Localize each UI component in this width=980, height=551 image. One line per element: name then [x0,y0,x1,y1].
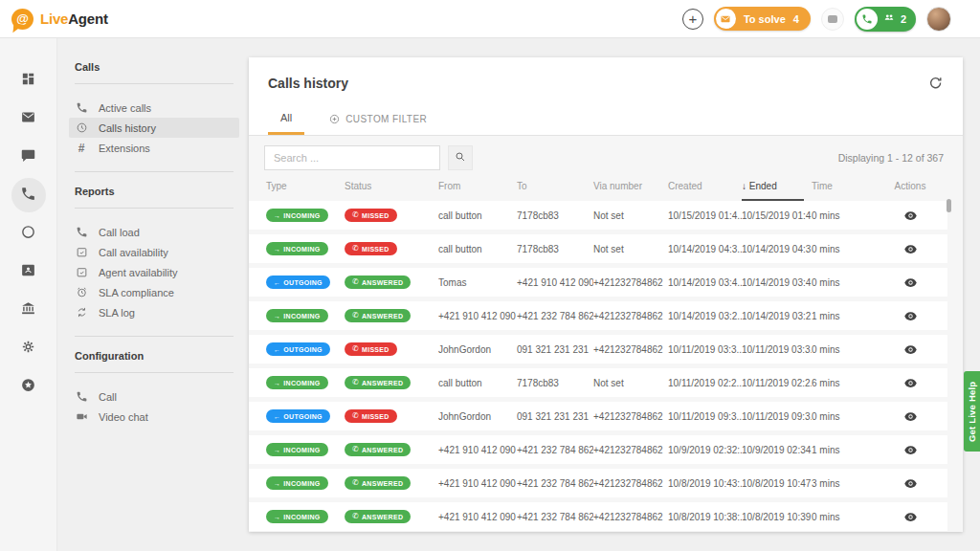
table-row[interactable]: ←OUTGOING ✆MISSED JohnGordon 091 321 231… [249,335,947,364]
rail-item-star-circle[interactable] [11,369,46,404]
sidebar-item-sla-compliance[interactable]: SLA compliance [69,282,239,302]
sidebar-item-sla-log[interactable]: SLA log [69,302,239,322]
column-header-status[interactable]: Status [345,181,438,201]
view-call-eye-icon[interactable] [903,476,918,491]
rail-item-gear[interactable] [11,331,46,365]
direction-arrow-icon: → [274,212,280,219]
rail-item-chat[interactable] [11,140,46,174]
video-icon [75,410,88,424]
view-call-eye-icon[interactable] [903,443,918,457]
calendar-check-icon [75,246,88,259]
column-header-to[interactable]: To [517,181,593,201]
sidebar-item-video-chat[interactable]: Video chat [69,407,239,427]
cell-from: call button [438,210,517,221]
tab-all-label: All [280,112,292,123]
view-call-eye-icon[interactable] [903,342,918,357]
scrollbar-thumb[interactable] [947,199,951,212]
call-status-badge: ✆MISSED [345,209,397,222]
view-call-eye-icon[interactable] [903,276,918,290]
calendar-check-icon [75,266,88,279]
call-type-badge: ←OUTGOING [266,409,330,423]
page-title: Calls history [268,76,944,91]
view-call-eye-icon[interactable] [903,309,918,323]
direction-arrow-icon: → [274,380,280,386]
sidebar-item-label: Extensions [99,143,150,154]
table-row[interactable]: →INCOMING ✆MISSED call button 7178cb83 N… [249,201,947,230]
table-row[interactable]: →INCOMING ✆MISSED call button 7178cb83 N… [249,234,947,263]
table-row[interactable]: →INCOMING ✆ANSWERED +421 910 412 090 +42… [249,435,947,464]
rail-item-mail[interactable] [11,101,46,136]
sidebar-item-extensions[interactable]: # Extensions [69,138,239,158]
cell-time: 0 mins [812,512,873,522]
column-header-actions[interactable]: Actions [873,181,947,201]
view-call-eye-icon[interactable] [903,510,918,524]
column-header-via-number[interactable]: Via number [593,181,668,201]
cell-time: 6 mins [812,378,873,388]
view-call-eye-icon[interactable] [903,209,918,223]
sidebar-item-call[interactable]: Call [69,386,239,407]
call-status-badge: ✆ANSWERED [345,443,411,456]
call-status-badge: ✆ANSWERED [345,276,411,289]
view-call-eye-icon[interactable] [903,409,918,424]
sidebar-section-title: Calls [75,61,234,73]
phone-icon: ✆ [352,211,359,219]
add-button[interactable]: + [682,9,703,30]
call-type-badge: →INCOMING [266,476,328,490]
search-button[interactable] [448,145,473,170]
direction-arrow-icon: → [274,480,280,487]
sidebar-item-agent-availability[interactable]: Agent availability [69,262,239,282]
table-row[interactable]: →INCOMING ✆ANSWERED +421 910 412 090 +42… [249,469,947,497]
tab-custom-filter[interactable]: CUSTOM FILTER [329,112,439,135]
tab-all[interactable]: All [268,112,304,135]
cell-ended: 10/9/2019 02:34:.. [742,445,812,455]
cell-to: 7178cb83 [517,244,593,254]
table-row[interactable]: ←OUTGOING ✆MISSED JohnGordon 091 321 231… [249,402,947,430]
rail-item-contact-card[interactable] [11,254,46,289]
cell-to: +421 910 412 090 [517,277,593,288]
direction-arrow-icon: → [274,514,280,520]
table-row[interactable]: →INCOMING ✆ANSWERED +421 910 412 090 +42… [249,301,947,330]
cell-created: 10/11/2019 03:3.. [668,344,742,355]
search-input[interactable] [264,145,440,170]
sidebar-item-calls-history[interactable]: Calls history [69,118,239,138]
table-row[interactable]: →INCOMING ✆ANSWERED +421 910 412 090 +42… [249,502,947,531]
user-avatar[interactable] [926,7,951,32]
sidebar-item-call-availability[interactable]: Call availability [69,242,239,262]
liveagent-logo[interactable]: @ LiveAgent [11,9,108,30]
to-solve-button[interactable]: To solve 4 [714,7,811,31]
cell-from: JohnGordon [438,411,517,422]
logo-word-agent: Agent [68,11,108,27]
cell-to: 091 321 231 231 [517,411,593,422]
cell-via-number: +421232784862 [593,277,668,288]
table-row[interactable]: →INCOMING ✆ANSWERED call button 7178cb83… [249,368,947,397]
divider [75,171,234,172]
column-header-time[interactable]: Time [812,181,873,201]
cell-via-number: +421232784862 [593,445,668,455]
people-icon [882,11,896,28]
call-type-badge: →INCOMING [266,376,328,389]
chat-toggle-button[interactable] [821,8,844,31]
view-call-eye-icon[interactable] [903,242,918,256]
rail-item-dashboard[interactable] [11,63,46,98]
refresh-icon[interactable] [928,76,946,93]
column-header-created[interactable]: Created [668,181,742,201]
cell-via-number: Not set [593,244,668,254]
sidebar-section-title: Reports [75,186,234,197]
get-live-help-button[interactable]: Get Live Help [964,371,980,452]
view-call-eye-icon[interactable] [903,376,918,390]
sidebar-item-call-load[interactable]: Call load [69,222,239,242]
column-header-ended[interactable]: ↓ Ended [742,181,804,201]
cell-to: +421 232 784 862 [517,445,593,455]
column-header-type[interactable]: Type [266,181,345,201]
table-row[interactable]: ←OUTGOING ✆ANSWERED Tomas +421 910 412 0… [249,268,947,297]
rail-item-clock[interactable] [11,216,46,251]
sidebar: Calls Active calls Calls history # Exten… [57,38,249,551]
direction-arrow-icon: ← [274,279,280,286]
cell-via-number: +421232784862 [593,478,668,489]
column-header-from[interactable]: From [438,181,517,201]
phone-icon: ✆ [352,278,359,286]
rail-item-bank[interactable] [11,293,46,327]
sidebar-item-active-calls[interactable]: Active calls [69,98,239,118]
calls-widget-button[interactable]: 2 [855,7,916,32]
rail-item-phone[interactable] [11,178,46,212]
